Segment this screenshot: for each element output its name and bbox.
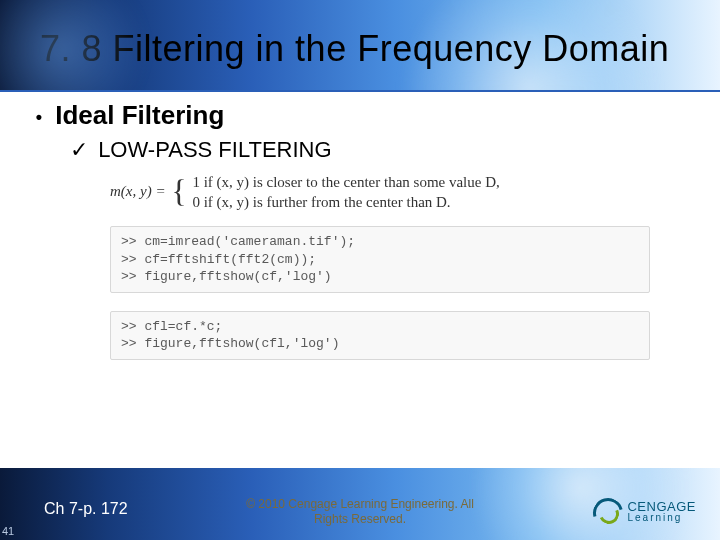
formula-lhs: m(x, y) = xyxy=(110,183,169,199)
bullet-dot-icon: • xyxy=(30,107,48,128)
logo-line1: CENGAGE xyxy=(627,500,696,513)
slide-content: • Ideal Filtering ✓ LOW-PASS FILTERING m… xyxy=(30,100,690,378)
copyright-text: © 2010 Cengage Learning Engineering. All… xyxy=(246,497,474,526)
bullet-level-2: ✓ LOW-PASS FILTERING xyxy=(70,137,690,163)
chapter-reference: Ch 7-p. 172 xyxy=(44,500,128,518)
logo-swoosh-icon xyxy=(591,496,621,526)
slide-header-banner: 7. 8 Filtering in the Frequency Domain xyxy=(0,0,720,92)
checkmark-icon: ✓ xyxy=(70,137,92,163)
slide-title: 7. 8 Filtering in the Frequency Domain xyxy=(40,28,669,70)
formula-cases: 1 if (x, y) is closer to the center than… xyxy=(192,173,499,212)
slide-number: 41 xyxy=(2,525,14,537)
code-block-2: >> cfl=cf.*c; >> figure,fftshow(cfl,'log… xyxy=(110,311,650,360)
logo-line2: Learning xyxy=(627,513,696,523)
slide-footer: 41 Ch 7-p. 172 © 2010 Cengage Learning E… xyxy=(0,468,720,540)
bullet1-text: Ideal Filtering xyxy=(55,100,224,130)
cengage-logo: CENGAGE Learning xyxy=(591,496,696,526)
bullet2-text: LOW-PASS FILTERING xyxy=(98,137,331,162)
formula-case-1: 1 if (x, y) is closer to the center than… xyxy=(192,174,499,190)
title-underline xyxy=(0,90,720,92)
logo-text: CENGAGE Learning xyxy=(627,500,696,523)
piecewise-formula: m(x, y) = { 1 if (x, y) is closer to the… xyxy=(110,173,690,212)
formula-case-2: 0 if (x, y) is further from the center t… xyxy=(192,194,450,210)
bullet-level-1: • Ideal Filtering xyxy=(30,100,690,131)
code-block-1: >> cm=imread('cameraman.tif'); >> cf=fft… xyxy=(110,226,650,293)
